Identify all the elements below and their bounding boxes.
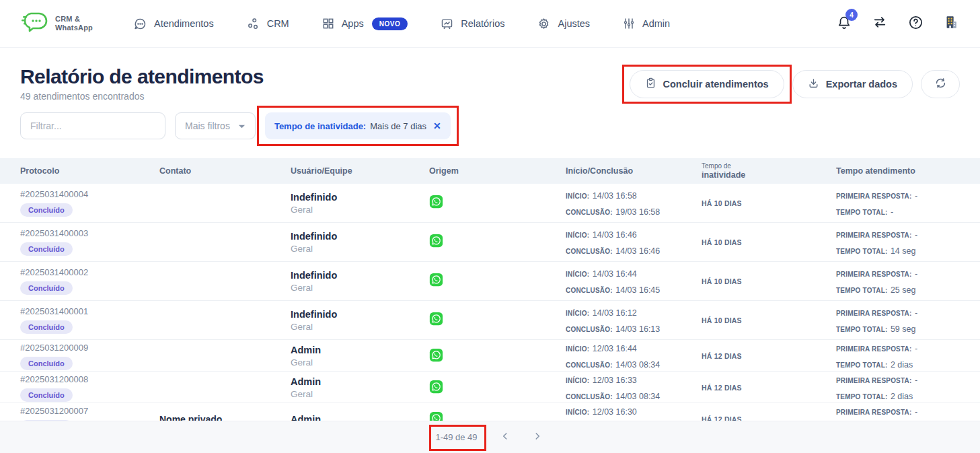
inicio-value: 12/03 16:33 [593, 376, 637, 385]
team-name: Geral [291, 283, 429, 293]
chart-board-icon [440, 17, 454, 31]
tempo-total-value: - [891, 207, 893, 217]
status-badge: Concluído [20, 281, 73, 295]
export-data-button[interactable]: Exportar dados [792, 70, 913, 98]
whatsapp-icon [429, 312, 443, 326]
inicio-label: Início: [566, 310, 589, 317]
page-title: Relatório de atendimentos [20, 65, 264, 88]
sliders-icon [622, 17, 636, 30]
tempo-total-value: 14 seg [891, 246, 916, 256]
primeira-resposta-label: Primeira resposta: [836, 310, 912, 317]
primeira-resposta-value: - [915, 230, 917, 240]
nav-items: Atendimentos CRM Apps NOVO [133, 17, 670, 31]
building-icon [944, 15, 958, 32]
whatsapp-icon [429, 380, 443, 394]
page-range: 1-49 de 49 [435, 432, 477, 442]
nav-item-ajustes[interactable]: Ajustes [537, 17, 590, 31]
inicio-value: 14/03 16:46 [593, 230, 637, 240]
conclusao-label: Conclusão: [566, 393, 613, 400]
organization-button[interactable] [944, 15, 958, 32]
status-badge: Concluído [20, 357, 73, 370]
col-tempo-inatividade: Tempo de inatividade [702, 162, 836, 180]
tempo-total-value: 2 dias [891, 392, 913, 401]
results-count: 49 atendimentos encontrados [20, 91, 264, 102]
previous-page-button[interactable] [498, 429, 513, 446]
chevron-right-icon [533, 431, 542, 443]
conclusao-label: Conclusão: [566, 361, 613, 369]
annotation-box-conclude: Concluir atendimentos [622, 65, 792, 104]
annotation-box-page-range: 1-49 de 49 [429, 425, 486, 451]
inactivity-value: Há 10 dias [702, 277, 836, 285]
status-badge: Concluído [20, 388, 73, 402]
inicio-value: 14/03 16:12 [593, 308, 637, 318]
inicio-label: Início: [566, 193, 589, 200]
nav-item-label: Admin [642, 18, 670, 29]
primeira-resposta-label: Primeira resposta: [836, 232, 912, 239]
conclusao-value: 19/03 16:58 [615, 207, 660, 217]
page-heading: Relatório de atendimentos 49 atendimento… [20, 65, 264, 102]
filters-bar: Mais filtros Tempo de inatividade: Mais … [20, 112, 960, 139]
chat-icon [133, 17, 147, 31]
notifications-button[interactable]: 4 [837, 15, 852, 32]
top-nav: CRM &WhatsApp Atendimentos CRM [0, 0, 980, 48]
conclude-services-button[interactable]: Concluir atendimentos [630, 70, 784, 98]
filter-input[interactable] [20, 112, 165, 139]
conclusao-value: 14/03 16:46 [615, 246, 660, 256]
team-name: Geral [291, 357, 429, 368]
nav-item-apps[interactable]: Apps NOVO [322, 17, 408, 30]
nav-item-crm[interactable]: CRM [246, 17, 289, 31]
tempo-total-value: 2 dias [891, 360, 913, 370]
nav-item-atendimentos[interactable]: Atendimentos [133, 17, 214, 31]
nav-right-icons: 4 [837, 15, 958, 33]
logo-text: CRM &WhatsApp [55, 15, 93, 32]
more-filters-button[interactable]: Mais filtros [175, 112, 256, 139]
transfer-button[interactable] [872, 15, 888, 32]
inactivity-filter-chip[interactable]: Tempo de inatividade: Mais de 7 dias ✕ [265, 112, 451, 139]
help-icon [908, 15, 924, 33]
tempo-total-label: Tempo total: [836, 209, 887, 216]
table-header: Protocolo Contato Usuário/Equipe Origem … [0, 158, 980, 184]
conclusao-label: Conclusão: [566, 248, 613, 255]
nav-item-relatorios[interactable]: Relatórios [440, 17, 504, 31]
inicio-label: Início: [566, 409, 589, 416]
refresh-button[interactable] [921, 70, 960, 98]
next-page-button[interactable] [530, 429, 545, 446]
table-row[interactable]: #2025031200008 Concluído Admin Geral Iní… [0, 372, 980, 403]
grid-icon [322, 17, 335, 30]
chip-label: Tempo de inatividade: [274, 121, 366, 131]
download-icon [808, 77, 819, 91]
col-contato: Contato [159, 166, 291, 176]
services-table: Protocolo Contato Usuário/Equipe Origem … [0, 158, 980, 435]
protocol-number: #2025031400002 [20, 267, 159, 277]
conclusao-value: 14/03 16:45 [615, 285, 660, 295]
tempo-total-label: Tempo total: [836, 287, 887, 294]
dots-cluster-icon [246, 17, 260, 31]
col-inicio-conclusao: Início/Conclusão [566, 166, 702, 176]
table-row[interactable]: #2025031400001 Concluído Indefinido Gera… [0, 301, 980, 340]
status-badge: Concluído [20, 320, 73, 334]
conclusao-value: 14/03 08:34 [615, 392, 660, 401]
protocol-number: #2025031200007 [20, 406, 159, 416]
table-row[interactable]: #2025031200009 Concluído Admin Geral Iní… [0, 340, 980, 372]
annotation-box-filter-chip: Tempo de inatividade: Mais de 7 dias ✕ [257, 106, 459, 146]
col-origem: Origem [429, 166, 566, 176]
inicio-label: Início: [566, 377, 589, 384]
col-protocolo: Protocolo [20, 166, 159, 176]
table-body: #2025031400004 Concluído Indefinido Gera… [0, 184, 980, 435]
gear-icon [537, 17, 551, 31]
table-row[interactable]: #2025031400003 Concluído Indefinido Gera… [0, 223, 980, 262]
status-badge: Concluído [20, 203, 73, 217]
chip-close-icon[interactable]: ✕ [433, 120, 441, 131]
inactivity-value: Há 10 dias [702, 238, 836, 246]
table-row[interactable]: #2025031400002 Concluído Indefinido Gera… [0, 262, 980, 301]
table-row[interactable]: #2025031400004 Concluído Indefinido Gera… [0, 184, 980, 223]
primeira-resposta-value: - [915, 407, 917, 417]
app-logo[interactable]: CRM &WhatsApp [22, 11, 93, 36]
team-name: Geral [291, 322, 429, 332]
primeira-resposta-value: - [915, 191, 917, 201]
nav-item-admin[interactable]: Admin [622, 17, 670, 30]
novo-badge: NOVO [372, 18, 408, 30]
nav-item-label: Apps [342, 18, 364, 29]
help-button[interactable] [908, 15, 924, 33]
user-name: Indefinido [291, 231, 429, 242]
